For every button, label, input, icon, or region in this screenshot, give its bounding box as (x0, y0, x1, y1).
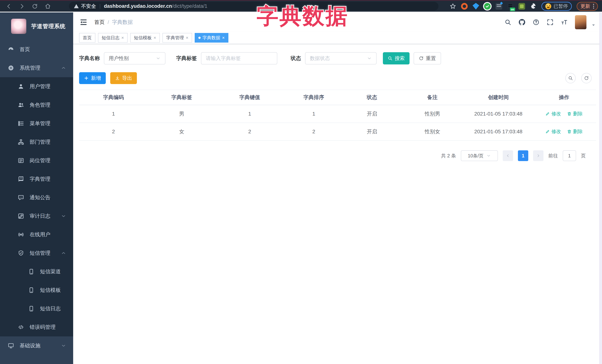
tab-label: 短信日志 (102, 35, 119, 41)
browser-home-button[interactable] (43, 1, 53, 11)
goto-label: 前往 (548, 153, 558, 159)
toggle-search-button[interactable] (565, 73, 576, 83)
export-button[interactable]: 导出 (110, 72, 137, 84)
browser-update-button[interactable]: 更新 (577, 2, 598, 11)
extensions-puzzle-icon[interactable] (530, 3, 537, 10)
tree-icon (18, 139, 24, 145)
tab-dict-manage[interactable]: 字典管理× (162, 33, 192, 42)
sidebar-item-label: 通知公告 (30, 194, 50, 201)
next-page-button[interactable] (533, 150, 543, 161)
status-select[interactable]: 数据状态 (305, 52, 376, 64)
extension-icon-orange[interactable] (461, 3, 468, 10)
browser-back-button[interactable] (4, 1, 14, 11)
cell-value: 2 (215, 123, 284, 141)
not-secure-label: 不安全 (81, 3, 96, 10)
tab-dict-data-active[interactable]: 字典数据× (195, 33, 228, 42)
sidebar-logo-row[interactable]: 芋道管理系统 (0, 12, 73, 40)
fullscreen-icon[interactable] (547, 19, 553, 26)
peoples-icon (18, 102, 24, 108)
chevron-left-icon (506, 154, 510, 158)
phone-icon (28, 305, 34, 312)
header-search-icon[interactable] (505, 19, 511, 26)
chevron-down-icon (367, 56, 372, 61)
delete-link[interactable]: 删除 (567, 111, 583, 117)
reset-button[interactable]: 重置 (414, 52, 441, 64)
tab-close-icon[interactable]: × (154, 35, 156, 40)
tab-home[interactable]: 首页 (79, 33, 95, 42)
sidebar-item-4-tree-table[interactable]: 菜单管理 (0, 114, 73, 133)
tab-close-icon[interactable]: × (222, 35, 225, 40)
sidebar-item-3-peoples[interactable]: 角色管理 (0, 96, 73, 114)
sidebar-item-label: 字典管理 (30, 176, 50, 183)
help-icon[interactable] (533, 19, 539, 26)
edit-link[interactable]: 修改 (545, 111, 561, 117)
search-icon (388, 56, 393, 61)
sidebar-item-5-tree[interactable]: 部门管理 (0, 133, 73, 151)
sidebar-item-1-gear[interactable]: 系统管理 (0, 59, 73, 77)
phone-icon (28, 287, 34, 293)
kebab-menu-icon[interactable] (593, 4, 594, 9)
chevron-down-icon (486, 154, 491, 158)
dict-label-label: 字典标签 (176, 55, 197, 62)
add-button[interactable]: 新增 (79, 72, 106, 84)
col-header: 字典编码 (79, 90, 148, 105)
sidebar-item-label: 用户管理 (30, 83, 50, 90)
search-button[interactable]: 搜索 (383, 52, 409, 64)
sidebar-item-13-phone[interactable]: 短信模板 (0, 281, 73, 299)
sidebar-item-12-phone[interactable]: 短信渠道 (0, 262, 73, 281)
tab-sms-template[interactable]: 短信模板× (130, 33, 160, 42)
browser-reload-button[interactable] (30, 1, 40, 11)
prev-page-button[interactable] (503, 150, 513, 161)
user-avatar[interactable] (575, 15, 586, 29)
edit-link[interactable]: 修改 (545, 128, 561, 135)
tab-close-icon[interactable]: × (121, 35, 124, 40)
sidebar-item-9-log[interactable]: 审计日志 (0, 207, 73, 225)
goto-page-input[interactable] (563, 150, 576, 161)
cell-code: 2 (79, 123, 148, 141)
sidebar-item-10-online[interactable]: 在线用户 (0, 225, 73, 244)
table-row[interactable]: 2 女 2 2 开启 性别女 2021-01-05 17:03:48 修改 删除 (79, 123, 596, 141)
delete-link[interactable]: 删除 (567, 128, 583, 135)
table-row[interactable]: 1 男 1 1 开启 性别男 2021-01-05 17:03:48 修改 删除 (79, 105, 596, 123)
message-icon (18, 194, 24, 201)
dict-name-select[interactable]: 用户性别 (104, 52, 165, 64)
sidebar-item-label: 基础设施 (20, 342, 40, 349)
sidebar-item-2-user[interactable]: 用户管理 (0, 77, 73, 96)
address-bar[interactable]: 不安全 dashboard.yudao.iocoder.cn /dict/typ… (69, 2, 439, 10)
recorder-paused-pill[interactable]: 已暂停 (541, 2, 572, 11)
github-icon[interactable] (519, 19, 525, 26)
app-logo (11, 19, 26, 34)
breadcrumb-home[interactable]: 首页 (94, 19, 105, 26)
page-scrollbar[interactable] (599, 12, 602, 364)
delete-label: 删除 (573, 111, 583, 117)
current-page-button[interactable]: 1 (518, 150, 528, 161)
sidebar-item-16-monitor[interactable]: 基础设施 (0, 336, 73, 355)
sidebar-item-0-dashboard[interactable]: 首页 (0, 40, 73, 59)
col-header: 字典排序 (284, 90, 344, 105)
extension-icon-gem[interactable] (473, 3, 479, 10)
extension-icon-switch[interactable]: on (507, 3, 514, 10)
extension-icon-devtools[interactable] (518, 3, 525, 10)
back-icon (6, 3, 12, 9)
sidebar-item-6-post[interactable]: 岗位管理 (0, 151, 73, 170)
page-size-select[interactable]: 10条/页 (461, 150, 498, 161)
breadcrumb-current: 字典数据 (112, 19, 133, 26)
tab-close-icon[interactable]: × (186, 35, 188, 40)
sidebar-item-11-shield[interactable]: 短信管理 (0, 244, 73, 262)
refresh-table-button[interactable] (581, 73, 592, 83)
sidebar-collapse-icon[interactable] (79, 18, 88, 26)
browser-forward-button[interactable] (17, 1, 27, 11)
refresh-icon (584, 76, 589, 81)
avatar-caret-icon[interactable] (591, 23, 596, 27)
dict-label-input[interactable] (201, 52, 277, 64)
sidebar-item-7-dict[interactable]: 字典管理 (0, 170, 73, 188)
sidebar-item-8-message[interactable]: 通知公告 (0, 188, 73, 207)
extension-icon-check[interactable] (484, 3, 491, 10)
extension-icon-toggles[interactable] (495, 3, 502, 10)
sidebar-item-14-phone[interactable]: 短信日志 (0, 299, 73, 318)
bookmark-star-icon[interactable] (450, 3, 456, 10)
sidebar-item-15-code[interactable]: 错误码管理 (0, 318, 73, 336)
font-size-icon[interactable] (561, 19, 568, 26)
tab-sms-log[interactable]: 短信日志× (98, 33, 128, 42)
breadcrumb-separator: / (108, 19, 109, 25)
